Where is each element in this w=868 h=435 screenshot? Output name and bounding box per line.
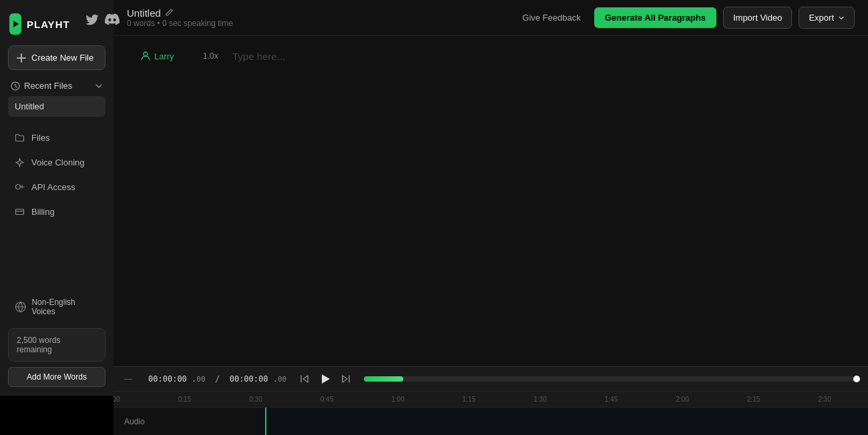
- svg-marker-8: [322, 374, 330, 384]
- sidebar-logo: PLAYHT: [0, 0, 114, 45]
- topbar: Untitled 0 words • 0 sec speaking time G…: [114, 0, 868, 36]
- sidebar-preview: [0, 395, 114, 435]
- sidebar-item-billing[interactable]: Billing: [4, 200, 110, 224]
- main-content: Untitled 0 words • 0 sec speaking time G…: [114, 0, 868, 435]
- ruler-mark: 1:30: [533, 396, 546, 403]
- twitter-icon[interactable]: [85, 12, 99, 27]
- recent-files-header[interactable]: Recent Files: [8, 75, 105, 96]
- app-logo-text: PLAYHT: [27, 19, 70, 30]
- clock-icon: [11, 81, 20, 91]
- paragraph-row: Larry 1.0x Type here...: [140, 49, 841, 63]
- paragraph-input[interactable]: Type here...: [232, 49, 841, 63]
- folder-icon: [15, 133, 25, 143]
- skip-forward-button[interactable]: [339, 372, 353, 386]
- key-icon: [15, 182, 25, 192]
- add-words-button[interactable]: Add More Words: [8, 367, 105, 387]
- ruler-mark: 0:30: [249, 396, 262, 403]
- feedback-button[interactable]: Give Feedback: [515, 9, 587, 27]
- file-meta: 0 words • 0 sec speaking time: [127, 19, 233, 28]
- sidebar-nav: Files Voice Cloning API Access Billing: [0, 126, 114, 225]
- audio-waveform: [257, 408, 868, 435]
- total-time-hm: 00:00:00: [230, 374, 273, 384]
- social-links: [75, 12, 129, 36]
- card-icon: [15, 207, 25, 217]
- topbar-file-info: Untitled 0 words • 0 sec speaking time: [127, 7, 233, 28]
- ruler-mark: 2:00: [676, 396, 688, 403]
- editor-area: Larry 1.0x Type here...: [114, 36, 868, 366]
- topbar-left: Untitled 0 words • 0 sec speaking time: [127, 7, 233, 28]
- svg-rect-4: [16, 209, 24, 215]
- sidebar-item-files[interactable]: Files: [4, 126, 110, 149]
- sidebar-item-voice-cloning[interactable]: Voice Cloning: [4, 151, 110, 174]
- ruler-mark: 1:45: [605, 396, 618, 403]
- playhead: [265, 408, 266, 435]
- transport-bar: — 00:00:00 .00 / 00:00:00 .00: [114, 366, 868, 391]
- discord-icon[interactable]: [105, 12, 120, 27]
- app-logo-icon: [9, 13, 21, 35]
- words-remaining-box: 2,500 words remaining: [8, 328, 105, 362]
- translate-icon: [15, 301, 26, 313]
- ruler-mark: 2:30: [818, 396, 831, 403]
- timeline-ruler: 0:000:150:300:451:001:151:301:452:002:15…: [114, 391, 868, 407]
- chevron-down-icon: [838, 15, 845, 21]
- play-button[interactable]: [317, 371, 333, 387]
- chevron-down-icon: [95, 82, 103, 90]
- speed-selector[interactable]: 1.0x: [203, 49, 223, 61]
- sidebar-item-api-access[interactable]: API Access: [4, 175, 110, 199]
- progress-bar[interactable]: [364, 376, 857, 382]
- current-time-hm: 00:00:00: [148, 374, 192, 384]
- plus-icon: [17, 53, 26, 63]
- voice-selector[interactable]: Larry: [140, 49, 194, 61]
- transport-status: —: [124, 374, 138, 384]
- ruler-mark: 1:15: [463, 396, 475, 403]
- audio-track: Audio: [114, 407, 868, 435]
- ruler-mark: 1:00: [391, 396, 404, 403]
- non-english-voices-button[interactable]: Non-English Voices: [8, 292, 105, 322]
- ruler-mark: 0:15: [178, 396, 191, 403]
- generate-button[interactable]: Generate All Paragraphs: [594, 7, 716, 28]
- svg-point-7: [144, 52, 148, 56]
- recent-file-item[interactable]: Untitled: [8, 96, 105, 117]
- sidebar-bottom: Non-English Voices 2,500 words remaining…: [0, 284, 114, 395]
- skip-back-button[interactable]: [297, 372, 312, 386]
- sidebar: PLAYHT Create New File Recent Files: [0, 0, 114, 435]
- import-button[interactable]: Import Video: [723, 7, 792, 29]
- transport-controls: [297, 371, 353, 387]
- ruler-mark: 0:00: [114, 396, 120, 403]
- recent-files-section: Recent Files Untitled: [8, 75, 105, 118]
- edit-icon[interactable]: [165, 8, 174, 19]
- person-icon: [140, 51, 151, 61]
- progress-thumb: [853, 376, 860, 382]
- progress-fill: [364, 376, 403, 382]
- time-display: 00:00:00 .00 / 00:00:00 .00: [148, 374, 286, 384]
- ruler-mark: 0:45: [320, 396, 333, 403]
- export-button[interactable]: Export: [799, 7, 855, 29]
- create-new-button[interactable]: Create New File: [8, 45, 105, 70]
- file-title: Untitled: [127, 7, 161, 19]
- sparkle-icon: [15, 157, 25, 167]
- audio-track-label: Audio: [114, 417, 257, 426]
- ruler-mark: 2:15: [747, 396, 760, 403]
- topbar-right: Give Feedback Generate All Paragraphs Im…: [515, 7, 855, 29]
